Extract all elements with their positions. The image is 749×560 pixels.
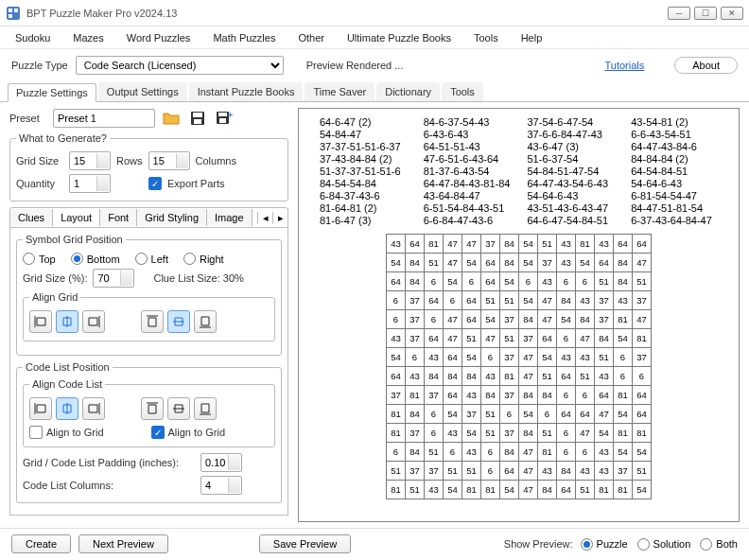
subtab-next[interactable]: ▸	[272, 212, 287, 224]
grid-cell: 6	[576, 386, 595, 405]
subtab-prev[interactable]: ◂	[257, 212, 272, 224]
tab-time-saver[interactable]: Time Saver	[305, 82, 374, 101]
grid-cell: 84	[406, 405, 425, 424]
grid-cell: 43	[576, 291, 595, 310]
grid-cell: 6	[425, 405, 444, 424]
grid-cell: 47	[444, 254, 462, 272]
menu-word-puzzles[interactable]: Word Puzzles	[123, 30, 195, 45]
grid-cell: 51	[633, 462, 652, 481]
grid-cell: 81	[387, 405, 406, 424]
quantity-input[interactable]: 1	[69, 174, 111, 193]
code-item: 43-64-84-47	[424, 190, 511, 201]
puzzle-type-select[interactable]: Code Search (Licensed)	[76, 56, 284, 75]
grid-cell: 54	[462, 424, 481, 443]
preview-puzzle-radio[interactable]	[581, 538, 593, 551]
preview-both-radio[interactable]	[700, 538, 712, 551]
subtab-layout[interactable]: Layout	[53, 209, 100, 226]
menu-other[interactable]: Other	[294, 30, 328, 45]
create-button[interactable]: Create	[11, 534, 71, 553]
grid-cell: 47	[519, 348, 538, 367]
grid-cell: 51	[462, 462, 481, 481]
grid-cell: 84	[595, 329, 614, 348]
code-item: 54-64-6-43	[528, 190, 615, 201]
grid-cell: 81	[538, 443, 557, 462]
grid-cell: 43	[595, 367, 614, 386]
grid-rows-input[interactable]: 15	[69, 151, 111, 170]
tutorials-link[interactable]: Tutorials	[604, 60, 644, 71]
position-top-radio[interactable]	[23, 253, 35, 265]
menu-sudoku[interactable]: Sudoku	[11, 30, 54, 45]
code-align-h-center[interactable]	[56, 397, 78, 420]
subtab-clues[interactable]: Clues	[10, 209, 53, 226]
about-button[interactable]: About	[674, 57, 738, 74]
tab-tools[interactable]: Tools	[442, 82, 483, 101]
grid-cell: 47	[519, 462, 538, 481]
code-item: 84-47-51-81-54	[631, 202, 718, 214]
tab-output-settings[interactable]: Output Settings	[98, 82, 187, 101]
code-align-h-right[interactable]	[82, 397, 105, 420]
grid-cell: 84	[614, 254, 633, 272]
grid-cell: 64	[425, 291, 444, 310]
svg-rect-5	[193, 113, 202, 117]
grid-cell: 37	[462, 405, 481, 424]
grid-cell: 37	[406, 424, 425, 443]
cols-label: Columns	[196, 155, 236, 166]
subtab-image[interactable]: Image	[207, 209, 253, 226]
menu-ultimate-puzzle-books[interactable]: Ultimate Puzzle Books	[343, 30, 455, 45]
svg-rect-6	[194, 119, 201, 124]
save-icon[interactable]	[187, 108, 208, 129]
tab-puzzle-settings[interactable]: Puzzle Settings	[8, 83, 96, 102]
save-preview-button[interactable]: Save Preview	[259, 534, 351, 553]
menu-help[interactable]: Help	[517, 30, 547, 45]
align-h-right[interactable]	[82, 310, 105, 333]
grid-cell: 37	[406, 310, 425, 329]
align-v-top[interactable]	[141, 310, 164, 333]
position-right-radio[interactable]	[183, 253, 196, 265]
grid-size-pct-input[interactable]: 70	[93, 269, 134, 288]
next-preview-button[interactable]: Next Preview	[78, 534, 168, 553]
align-v-bottom[interactable]	[194, 310, 217, 333]
code-align-v-bottom[interactable]	[194, 397, 217, 420]
puzzle-type-label: Puzzle Type	[11, 60, 68, 71]
subtab-grid-styling[interactable]: Grid Styling	[137, 209, 207, 226]
maximize-button[interactable]: ☐	[694, 7, 717, 20]
grid-cell: 6	[576, 443, 595, 462]
grid-cell: 6	[481, 462, 500, 481]
menu-tools[interactable]: Tools	[470, 30, 502, 45]
grid-cell: 84	[406, 254, 425, 272]
align-h-center[interactable]	[56, 310, 78, 333]
menu-mazes[interactable]: Mazes	[69, 30, 107, 45]
code-align-h-left[interactable]	[29, 397, 52, 420]
grid-cell: 64	[387, 272, 406, 291]
code-columns-input[interactable]: 4	[200, 476, 242, 495]
preview-solution-radio[interactable]	[637, 538, 650, 551]
grid-cell: 54	[614, 405, 633, 424]
position-left-radio[interactable]	[135, 253, 148, 265]
grid-cell: 54	[557, 310, 576, 329]
align-h-left[interactable]	[29, 310, 52, 333]
grid-cols-input[interactable]: 15	[148, 151, 190, 170]
align-v-middle[interactable]	[167, 310, 190, 333]
save-as-icon[interactable]: +	[214, 108, 235, 129]
grid-cell: 6	[406, 348, 425, 367]
position-bottom-radio[interactable]	[71, 253, 83, 265]
minimize-button[interactable]: ─	[668, 7, 690, 20]
close-button[interactable]: ✕	[721, 7, 743, 20]
code-item: 64-47-84-43-81-84	[424, 178, 511, 189]
grid-cell: 37	[633, 348, 652, 367]
preset-input[interactable]	[53, 109, 155, 128]
align-to-grid-v-checkbox[interactable]: ✓	[151, 426, 165, 439]
export-parts-checkbox[interactable]: ✓	[148, 177, 162, 190]
grid-cell: 64	[387, 367, 406, 386]
menu-math-puzzles[interactable]: Math Puzzles	[209, 30, 279, 45]
grid-cell: 54	[633, 443, 652, 462]
grid-cell: 43	[538, 462, 557, 481]
tab-dictionary[interactable]: Dictionary	[376, 82, 440, 101]
align-to-grid-h-checkbox[interactable]	[29, 426, 43, 439]
tab-instant-puzzle-books[interactable]: Instant Puzzle Books	[189, 82, 304, 101]
code-align-v-middle[interactable]	[167, 397, 190, 420]
padding-input[interactable]: 0.10	[200, 453, 242, 472]
subtab-font[interactable]: Font	[100, 209, 137, 226]
code-align-v-top[interactable]	[141, 397, 164, 420]
open-folder-icon[interactable]	[161, 108, 182, 129]
